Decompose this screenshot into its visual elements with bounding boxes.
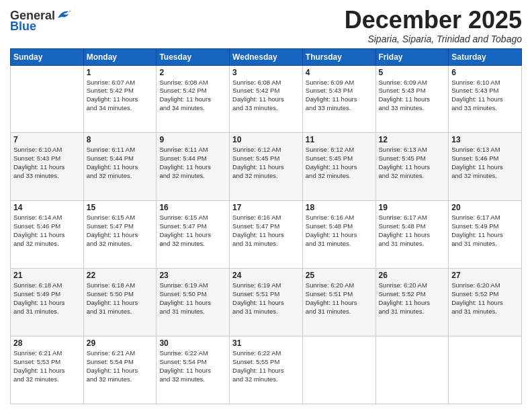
table-row: 8Sunrise: 6:11 AM Sunset: 5:44 PM Daylig… [83, 133, 157, 201]
day-number: 18 [306, 203, 373, 212]
day-info: Sunrise: 6:08 AM Sunset: 5:42 PM Dayligh… [159, 79, 226, 113]
day-info: Sunrise: 6:17 AM Sunset: 5:48 PM Dayligh… [379, 214, 446, 248]
table-row: 15Sunrise: 6:15 AM Sunset: 5:47 PM Dayli… [83, 201, 157, 269]
day-info: Sunrise: 6:22 AM Sunset: 5:55 PM Dayligh… [232, 349, 300, 383]
calendar-week-row: 1Sunrise: 6:07 AM Sunset: 5:42 PM Daylig… [11, 65, 522, 133]
day-info: Sunrise: 6:13 AM Sunset: 5:45 PM Dayligh… [379, 146, 446, 180]
table-row: 26Sunrise: 6:20 AM Sunset: 5:52 PM Dayli… [375, 269, 449, 336]
day-number: 30 [159, 338, 226, 348]
col-sunday: Sunday [11, 48, 84, 65]
calendar-table: Sunday Monday Tuesday Wednesday Thursday… [10, 48, 522, 404]
table-row: 16Sunrise: 6:15 AM Sunset: 5:47 PM Dayli… [157, 201, 230, 269]
page: General Blue December 2025 Siparia, Sipa… [0, 0, 532, 411]
day-info: Sunrise: 6:20 AM Sunset: 5:52 PM Dayligh… [451, 281, 519, 316]
col-thursday: Thursday [302, 48, 375, 65]
table-row: 27Sunrise: 6:20 AM Sunset: 5:52 PM Dayli… [449, 269, 522, 336]
day-info: Sunrise: 6:10 AM Sunset: 5:43 PM Dayligh… [13, 146, 81, 180]
table-row: 9Sunrise: 6:11 AM Sunset: 5:44 PM Daylig… [157, 133, 230, 201]
table-row: 30Sunrise: 6:22 AM Sunset: 5:54 PM Dayli… [157, 336, 230, 404]
col-friday: Friday [375, 48, 449, 65]
table-row: 4Sunrise: 6:09 AM Sunset: 5:43 PM Daylig… [302, 65, 375, 133]
calendar-header-row: Sunday Monday Tuesday Wednesday Thursday… [11, 48, 522, 65]
day-number: 2 [159, 68, 226, 77]
day-number: 3 [232, 68, 300, 77]
table-row: 19Sunrise: 6:17 AM Sunset: 5:48 PM Dayli… [375, 201, 449, 269]
logo-bird-icon [56, 9, 71, 21]
table-row [375, 336, 449, 404]
day-info: Sunrise: 6:22 AM Sunset: 5:54 PM Dayligh… [159, 349, 226, 383]
day-info: Sunrise: 6:21 AM Sunset: 5:53 PM Dayligh… [13, 349, 81, 383]
day-number: 19 [379, 203, 446, 212]
table-row: 2Sunrise: 6:08 AM Sunset: 5:42 PM Daylig… [157, 65, 230, 133]
day-info: Sunrise: 6:12 AM Sunset: 5:45 PM Dayligh… [306, 146, 373, 180]
table-row [449, 336, 522, 404]
day-number: 13 [451, 135, 519, 144]
day-number: 29 [87, 338, 154, 348]
day-info: Sunrise: 6:16 AM Sunset: 5:48 PM Dayligh… [306, 214, 373, 248]
header: General Blue December 2025 Siparia, Sipa… [10, 7, 522, 44]
day-number: 27 [451, 271, 519, 280]
day-info: Sunrise: 6:18 AM Sunset: 5:50 PM Dayligh… [87, 281, 154, 316]
day-info: Sunrise: 6:10 AM Sunset: 5:43 PM Dayligh… [451, 79, 519, 113]
table-row: 13Sunrise: 6:13 AM Sunset: 5:46 PM Dayli… [449, 133, 522, 201]
day-number: 6 [451, 68, 519, 77]
col-tuesday: Tuesday [157, 48, 230, 65]
day-info: Sunrise: 6:07 AM Sunset: 5:42 PM Dayligh… [87, 79, 154, 113]
table-row: 23Sunrise: 6:19 AM Sunset: 5:50 PM Dayli… [157, 269, 230, 336]
calendar-week-row: 28Sunrise: 6:21 AM Sunset: 5:53 PM Dayli… [11, 336, 522, 404]
day-info: Sunrise: 6:13 AM Sunset: 5:46 PM Dayligh… [451, 146, 519, 180]
day-number: 28 [13, 338, 81, 348]
day-info: Sunrise: 6:11 AM Sunset: 5:44 PM Dayligh… [87, 146, 154, 180]
day-number: 23 [159, 271, 226, 280]
day-number: 15 [87, 203, 154, 212]
calendar-week-row: 21Sunrise: 6:18 AM Sunset: 5:49 PM Dayli… [11, 269, 522, 336]
table-row: 12Sunrise: 6:13 AM Sunset: 5:45 PM Dayli… [375, 133, 449, 201]
day-number: 26 [379, 271, 446, 280]
table-row: 7Sunrise: 6:10 AM Sunset: 5:43 PM Daylig… [11, 133, 84, 201]
table-row: 22Sunrise: 6:18 AM Sunset: 5:50 PM Dayli… [83, 269, 157, 336]
table-row: 28Sunrise: 6:21 AM Sunset: 5:53 PM Dayli… [11, 336, 84, 404]
table-row: 5Sunrise: 6:09 AM Sunset: 5:43 PM Daylig… [375, 65, 449, 133]
day-info: Sunrise: 6:20 AM Sunset: 5:51 PM Dayligh… [306, 281, 373, 316]
col-wednesday: Wednesday [230, 48, 303, 65]
calendar-week-row: 7Sunrise: 6:10 AM Sunset: 5:43 PM Daylig… [11, 133, 522, 201]
day-info: Sunrise: 6:21 AM Sunset: 5:54 PM Dayligh… [87, 349, 154, 383]
day-info: Sunrise: 6:17 AM Sunset: 5:49 PM Dayligh… [451, 214, 519, 248]
table-row: 6Sunrise: 6:10 AM Sunset: 5:43 PM Daylig… [449, 65, 522, 133]
col-monday: Monday [83, 48, 157, 65]
day-number: 17 [232, 203, 300, 212]
table-row: 18Sunrise: 6:16 AM Sunset: 5:48 PM Dayli… [302, 201, 375, 269]
month-title: December 2025 [345, 7, 522, 34]
day-info: Sunrise: 6:15 AM Sunset: 5:47 PM Dayligh… [159, 214, 226, 248]
day-info: Sunrise: 6:18 AM Sunset: 5:49 PM Dayligh… [13, 281, 81, 316]
table-row: 14Sunrise: 6:14 AM Sunset: 5:46 PM Dayli… [11, 201, 84, 269]
title-block: December 2025 Siparia, Siparia, Trinidad… [345, 7, 522, 44]
table-row [302, 336, 375, 404]
day-number: 25 [306, 271, 373, 280]
day-info: Sunrise: 6:12 AM Sunset: 5:45 PM Dayligh… [232, 146, 300, 180]
table-row: 25Sunrise: 6:20 AM Sunset: 5:51 PM Dayli… [302, 269, 375, 336]
day-info: Sunrise: 6:09 AM Sunset: 5:43 PM Dayligh… [379, 79, 446, 113]
day-number: 11 [306, 135, 373, 144]
day-number: 7 [13, 135, 81, 144]
day-info: Sunrise: 6:19 AM Sunset: 5:51 PM Dayligh… [232, 281, 300, 316]
day-number: 5 [379, 68, 446, 77]
day-number: 21 [13, 271, 81, 280]
day-number: 10 [232, 135, 300, 144]
day-number: 31 [232, 338, 300, 348]
day-info: Sunrise: 6:19 AM Sunset: 5:50 PM Dayligh… [159, 281, 226, 316]
day-number: 1 [87, 68, 154, 77]
subtitle: Siparia, Siparia, Trinidad and Tobago [345, 34, 522, 44]
day-number: 8 [87, 135, 154, 144]
day-number: 16 [159, 203, 226, 212]
day-number: 12 [379, 135, 446, 144]
day-info: Sunrise: 6:09 AM Sunset: 5:43 PM Dayligh… [306, 79, 373, 113]
logo: General Blue [10, 9, 71, 34]
table-row: 3Sunrise: 6:08 AM Sunset: 5:42 PM Daylig… [230, 65, 303, 133]
day-number: 4 [306, 68, 373, 77]
day-info: Sunrise: 6:11 AM Sunset: 5:44 PM Dayligh… [159, 146, 226, 180]
day-info: Sunrise: 6:20 AM Sunset: 5:52 PM Dayligh… [379, 281, 446, 316]
table-row: 21Sunrise: 6:18 AM Sunset: 5:49 PM Dayli… [11, 269, 84, 336]
table-row: 24Sunrise: 6:19 AM Sunset: 5:51 PM Dayli… [230, 269, 303, 336]
day-info: Sunrise: 6:08 AM Sunset: 5:42 PM Dayligh… [232, 79, 300, 113]
